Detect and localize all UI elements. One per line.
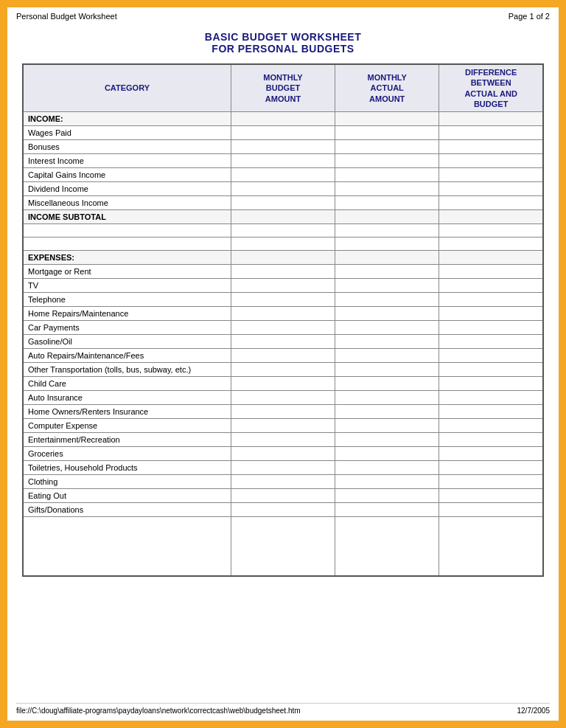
table-row: Miscellaneous Income: [23, 196, 543, 210]
income-header-row: INCOME:: [23, 112, 543, 126]
table-row: Gifts/Donations: [23, 503, 543, 517]
table-row: TV: [23, 279, 543, 293]
page-header: Personal Budget Worksheet Page 1 of 2: [7, 7, 559, 24]
row-label-capital: Capital Gains Income: [23, 168, 231, 182]
row-label-misc: Miscellaneous Income: [23, 196, 231, 210]
spacer-row: [23, 224, 543, 238]
row-label-telephone: Telephone: [23, 293, 231, 307]
footer-left: file://C:\doug\affiliate-programs\payday…: [16, 707, 301, 715]
table-row: Mortgage or Rent: [23, 265, 543, 279]
row-label-entertainment: Entertainment/Recreation: [23, 433, 231, 447]
page-footer: file://C:\doug\affiliate-programs\payday…: [16, 703, 550, 715]
row-label-home-repairs: Home Repairs/Maintenance: [23, 307, 231, 321]
row-label-dividend: Dividend Income: [23, 182, 231, 196]
header-right: Page 1 of 2: [509, 12, 550, 21]
col-header-difference: DIFFERENCEBETWEENACTUAL ANDBUDGET: [439, 64, 543, 112]
table-row: Groceries: [23, 447, 543, 461]
row-label-car-payments: Car Payments: [23, 321, 231, 335]
income-header-label: INCOME:: [23, 112, 231, 126]
row-label-eating-out: Eating Out: [23, 489, 231, 503]
row-label-tv: TV: [23, 279, 231, 293]
table-row: Home Owners/Renters Insurance: [23, 405, 543, 419]
income-subtotal-label: INCOME SUBTOTAL: [23, 210, 231, 224]
table-row: Clothing: [23, 475, 543, 489]
table-row: Home Repairs/Maintenance: [23, 307, 543, 321]
empty-section-row: [23, 517, 543, 576]
col-header-monthly-budget: MONTHLYBUDGETAMOUNT: [231, 64, 335, 112]
row-label-auto-repairs: Auto Repairs/Maintenance/Fees: [23, 349, 231, 363]
row-label-groceries: Groceries: [23, 447, 231, 461]
spacer-row: [23, 238, 543, 251]
table-row: Gasoline/Oil: [23, 335, 543, 349]
table-row: Auto Insurance: [23, 391, 543, 405]
expenses-header-label: EXPENSES:: [23, 251, 231, 265]
table-row: Interest Income: [23, 154, 543, 168]
row-label-auto-insurance: Auto Insurance: [23, 391, 231, 405]
row-label-home-insurance: Home Owners/Renters Insurance: [23, 405, 231, 419]
col-header-monthly-actual: MONTHLYACTUALAMOUNT: [335, 64, 439, 112]
table-row: Eating Out: [23, 489, 543, 503]
row-label-mortgage: Mortgage or Rent: [23, 265, 231, 279]
row-label-bonuses: Bonuses: [23, 140, 231, 154]
table-row: Capital Gains Income: [23, 168, 543, 182]
row-label-wages: Wages Paid: [23, 126, 231, 140]
table-row: Dividend Income: [23, 182, 543, 196]
footer-right: 12/7/2005: [517, 707, 551, 715]
table-row: Computer Expense: [23, 419, 543, 433]
expenses-header-row: EXPENSES:: [23, 251, 543, 265]
table-row: Telephone: [23, 293, 543, 307]
row-label-gasoline: Gasoline/Oil: [23, 335, 231, 349]
table-row: Wages Paid: [23, 126, 543, 140]
table-row: Toiletries, Household Products: [23, 461, 543, 475]
row-label-child-care: Child Care: [23, 377, 231, 391]
budget-table: CATEGORY MONTHLYBUDGETAMOUNT MONTHLYACTU…: [22, 63, 544, 577]
table-row: Other Transportation (tolls, bus, subway…: [23, 363, 543, 377]
title-line2: FOR PERSONAL BUDGETS: [7, 43, 559, 55]
row-label-clothing: Clothing: [23, 475, 231, 489]
row-label-computer: Computer Expense: [23, 419, 231, 433]
page-wrapper: Personal Budget Worksheet Page 1 of 2 BA…: [6, 6, 560, 722]
row-label-toiletries: Toiletries, Household Products: [23, 461, 231, 475]
title-section: BASIC BUDGET WORKSHEET FOR PERSONAL BUDG…: [7, 24, 559, 63]
title-line1: BASIC BUDGET WORKSHEET: [7, 31, 559, 43]
table-row: Entertainment/Recreation: [23, 433, 543, 447]
main-table-container: CATEGORY MONTHLYBUDGETAMOUNT MONTHLYACTU…: [7, 63, 559, 577]
income-subtotal-row: INCOME SUBTOTAL: [23, 210, 543, 224]
row-label-other-transport: Other Transportation (tolls, bus, subway…: [23, 363, 231, 377]
table-row: Bonuses: [23, 140, 543, 154]
table-row: Auto Repairs/Maintenance/Fees: [23, 349, 543, 363]
table-row: Child Care: [23, 377, 543, 391]
row-label-interest: Interest Income: [23, 154, 231, 168]
table-row: Car Payments: [23, 321, 543, 335]
row-label-gifts: Gifts/Donations: [23, 503, 231, 517]
header-left: Personal Budget Worksheet: [16, 12, 117, 21]
table-header-row: CATEGORY MONTHLYBUDGETAMOUNT MONTHLYACTU…: [23, 64, 543, 112]
col-header-category: CATEGORY: [23, 64, 231, 112]
